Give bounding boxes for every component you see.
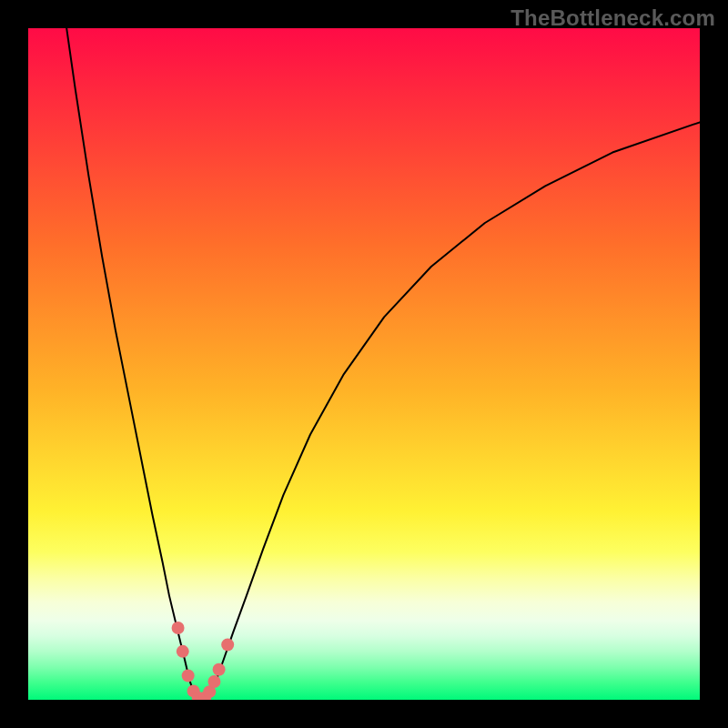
curve-layer — [28, 28, 700, 700]
valley-marker — [172, 622, 185, 634]
bottleneck-curve — [62, 28, 700, 700]
plot-area — [28, 28, 700, 700]
valley-marker — [207, 675, 220, 688]
watermark-text: TheBottleneck.com — [511, 5, 715, 31]
valley-marker — [221, 638, 234, 651]
chart-wrapper: TheBottleneck.com — [0, 0, 728, 728]
valley-markers — [172, 622, 235, 700]
valley-marker — [182, 669, 195, 682]
valley-marker — [177, 645, 189, 658]
valley-marker — [213, 663, 226, 676]
